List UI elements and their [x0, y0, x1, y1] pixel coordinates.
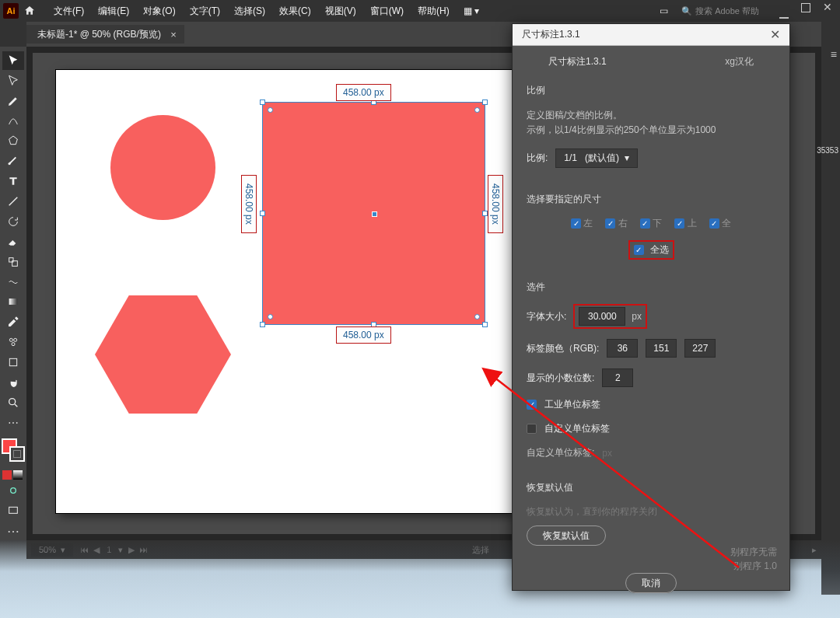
eraser-tool[interactable] — [2, 232, 24, 251]
shape-circle[interactable] — [110, 115, 215, 220]
svg-point-4 — [9, 339, 12, 342]
direct-selection-tool[interactable] — [2, 72, 24, 90]
svg-rect-3 — [9, 299, 18, 305]
shape-hexagon[interactable] — [95, 295, 231, 414]
handle-mr[interactable] — [482, 211, 488, 216]
dimension-right: 458.00 px — [488, 175, 503, 233]
text-tool[interactable] — [2, 172, 24, 190]
window-minimize-icon[interactable] — [779, 9, 789, 19]
window-maximize-icon[interactable] — [801, 3, 810, 12]
hand-tool[interactable] — [2, 373, 24, 392]
corner-tl[interactable] — [268, 107, 273, 113]
width-tool[interactable] — [2, 273, 24, 292]
font-size-highlight: 30.000 px — [574, 305, 646, 328]
panel-title-text: 尺寸标注1.3.1 — [522, 28, 580, 41]
dim-opt-all[interactable]: ✓ 全 — [709, 217, 731, 230]
corner-tr[interactable] — [474, 107, 480, 113]
section-restore: 恢复默认值 — [527, 481, 775, 494]
color-r-input[interactable]: 36 — [607, 339, 638, 358]
industrial-checkbox[interactable]: ✓工业单位标签 — [527, 398, 775, 411]
dimension-checkboxes: ✓ 左 ✓ 右 ✓ 下 ✓ 上 ✓ 全 — [527, 217, 775, 230]
menu-window[interactable]: 窗口(W) — [363, 5, 411, 18]
app-root: Ai 文件(F) 编辑(E) 对象(O) 文字(T) 选择(S) 效果(C) 视… — [0, 0, 840, 618]
selection-tool[interactable] — [2, 51, 24, 70]
corner-bl[interactable] — [268, 314, 273, 319]
pen-tool[interactable] — [2, 92, 24, 110]
menu-help[interactable]: 帮助(H) — [411, 5, 457, 18]
handle-tl[interactable] — [260, 100, 265, 105]
stroke-swatch[interactable] — [9, 446, 25, 462]
handle-ml[interactable] — [260, 211, 265, 216]
handle-bl[interactable] — [260, 322, 265, 327]
handle-br[interactable] — [482, 322, 488, 327]
screen-mode[interactable] — [2, 501, 24, 520]
panel-menu-icon[interactable]: ≡ — [831, 48, 837, 61]
svg-point-9 — [11, 488, 16, 494]
svg-point-5 — [14, 339, 17, 342]
gradient-tool[interactable] — [2, 293, 24, 312]
help-search[interactable]: 🔍 搜索 Adobe 帮助 — [675, 4, 765, 19]
edit-toolbar[interactable]: ⋯ — [2, 414, 24, 432]
home-icon[interactable] — [23, 5, 36, 17]
dim-opt-top[interactable]: ✓ 上 — [674, 217, 696, 230]
dim-opt-bottom[interactable]: ✓ 下 — [640, 217, 662, 230]
ratio-select[interactable]: 1/1 (默认值) ▾ — [555, 148, 637, 168]
menu-select[interactable]: 选择(S) — [227, 5, 272, 18]
font-size-label: 字体大小: — [527, 310, 566, 323]
select-all-highlight[interactable]: ✓全选 — [629, 241, 674, 259]
document-tab[interactable]: 未标题-1* @ 50% (RGB/预览) × — [26, 25, 184, 44]
custom-checkbox[interactable]: ✓自定义单位标签 — [527, 422, 775, 435]
line-tool[interactable] — [2, 192, 24, 211]
corner-br[interactable] — [474, 314, 480, 319]
decimals-input[interactable]: 2 — [602, 368, 633, 387]
menu-edit[interactable]: 编辑(E) — [91, 5, 136, 18]
restore-button[interactable]: 恢复默认值 — [527, 525, 606, 546]
shape-square-selected[interactable] — [263, 103, 485, 324]
label-color-label: 标签颜色（RGB): — [527, 342, 599, 355]
handle-tr[interactable] — [482, 100, 488, 105]
more-tools[interactable]: ⋯ — [2, 522, 24, 540]
panel-titlebar[interactable]: 尺寸标注1.3.1 ✕ — [513, 24, 789, 46]
right-readout: 35353 — [817, 146, 838, 155]
color-mode-swatches[interactable] — [2, 470, 24, 480]
tab-close-icon[interactable]: × — [170, 29, 177, 40]
panel-close-icon[interactable]: ✕ — [770, 27, 780, 42]
font-size-input[interactable]: 30.000 — [579, 307, 625, 326]
custom-field-label: 自定义单位标签: — [527, 446, 594, 459]
shape-tool[interactable] — [2, 132, 24, 151]
eyedropper-tool[interactable] — [2, 312, 24, 331]
menu-object[interactable]: 对象(O) — [136, 5, 182, 18]
menu-file[interactable]: 文件(F) — [47, 5, 91, 18]
brush-tool[interactable] — [2, 152, 24, 170]
svg-rect-7 — [9, 358, 16, 365]
dim-opt-right[interactable]: ✓ 右 — [605, 217, 627, 230]
svg-point-6 — [12, 343, 15, 346]
color-swatches[interactable] — [2, 438, 25, 465]
svg-rect-1 — [9, 257, 13, 261]
rotate-tool[interactable] — [2, 212, 24, 231]
ratio-label: 比例: — [527, 152, 548, 165]
menu-type[interactable]: 文字(T) — [183, 5, 227, 18]
svg-point-8 — [9, 398, 16, 404]
draw-mode[interactable] — [2, 481, 24, 500]
window-close-icon[interactable]: ✕ — [823, 3, 832, 12]
cancel-button[interactable]: 取消 — [625, 573, 677, 593]
zoom-tool[interactable] — [2, 393, 24, 412]
center-handle[interactable] — [372, 211, 377, 217]
color-b-input[interactable]: 227 — [684, 339, 716, 358]
app-logo: Ai — [3, 3, 19, 19]
dim-opt-left[interactable]: ✓ 左 — [571, 217, 593, 230]
workspace-switcher-icon[interactable]: ▦ ▾ — [457, 5, 486, 16]
symbol-tool[interactable] — [2, 333, 24, 351]
menu-effect[interactable]: 效果(C) — [272, 5, 318, 18]
scale-tool[interactable] — [2, 253, 24, 271]
menu-view[interactable]: 视图(V) — [318, 5, 363, 18]
custom-field-value: px — [602, 448, 612, 459]
toolbar: ⋯ ⋯ — [0, 47, 26, 540]
artboard-tool[interactable] — [2, 353, 24, 372]
curvature-tool[interactable] — [2, 112, 24, 131]
color-g-input[interactable]: 151 — [646, 339, 677, 358]
artboard[interactable]: 458.00 px 458.00 px 458.00 px 458.00 px — [56, 70, 513, 513]
doc-setup-icon[interactable]: ▭ — [653, 5, 675, 16]
ratio-desc-2: 示例，以1/4比例显示的250个单位显示为1000 — [527, 123, 775, 138]
